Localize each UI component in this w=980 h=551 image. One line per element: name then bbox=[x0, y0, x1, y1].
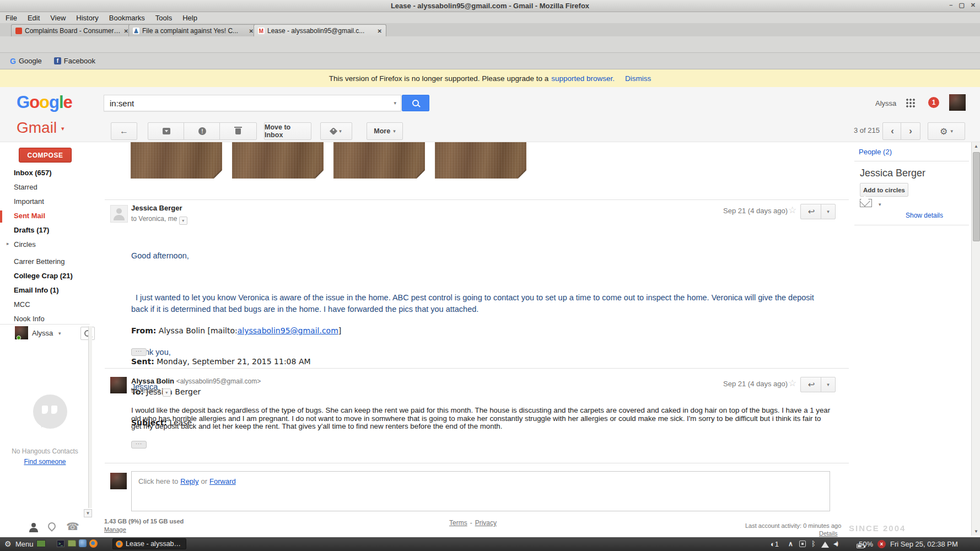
sidebar-item-important[interactable]: Important bbox=[14, 197, 44, 206]
sidebar-item-carrer-bettering[interactable]: Carrer Bettering bbox=[14, 257, 64, 266]
antivirus-tray-icon[interactable]: × bbox=[877, 540, 886, 548]
chat-status-caret-icon[interactable]: ▾ bbox=[58, 331, 61, 336]
dismiss-link[interactable]: Dismiss bbox=[625, 74, 651, 83]
supported-browser-link[interactable]: supported browser. bbox=[551, 74, 615, 83]
mail-search-input[interactable] bbox=[109, 98, 394, 109]
menu-bookmarks[interactable]: Bookmarks bbox=[109, 14, 145, 22]
menu-view[interactable]: View bbox=[50, 14, 66, 22]
scroll-up-icon[interactable]: ▲ bbox=[974, 144, 978, 149]
sidebar-item-nook-info[interactable]: Nook Info bbox=[14, 315, 45, 323]
menu-file[interactable]: File bbox=[6, 14, 17, 22]
show-details-link[interactable]: Show details bbox=[906, 212, 943, 219]
bookmark-google[interactable]: G Google bbox=[10, 57, 42, 66]
privacy-link[interactable]: Privacy bbox=[475, 519, 497, 527]
chat-scrollbar[interactable] bbox=[88, 326, 92, 508]
volume-icon[interactable]: ◀) bbox=[833, 541, 837, 547]
settings-button[interactable]: ⚙ ▾ bbox=[928, 122, 965, 140]
circles-expand-icon[interactable]: ▸ bbox=[7, 241, 9, 246]
chat-search-button[interactable] bbox=[80, 327, 95, 340]
tab-complaints-board[interactable]: Complaints Board - Consumer ... ✕ bbox=[11, 24, 133, 37]
message2-sender[interactable]: Alyssa Bolin <alyssabolin95@gmail.com> bbox=[131, 377, 261, 385]
attachment-photo[interactable] bbox=[333, 142, 425, 179]
bookmark-facebook[interactable]: f Facebook bbox=[54, 57, 95, 65]
show-trimmed-content-button[interactable]: ··· bbox=[131, 441, 147, 449]
menu-history[interactable]: History bbox=[76, 14, 98, 22]
sidebar-item-sent-mail[interactable]: Sent Mail bbox=[14, 212, 45, 220]
tab-gmail-lease[interactable]: M Lease - alyssabolin95@gmail.c... ✕ bbox=[254, 24, 386, 37]
message2-recipients[interactable]: to Jessica ▾ bbox=[131, 387, 171, 397]
notifications-badge[interactable]: 1 bbox=[928, 97, 939, 108]
attachment-photo[interactable] bbox=[232, 142, 324, 179]
search-options-icon[interactable]: ▾ bbox=[394, 100, 396, 106]
contact-options-caret-icon[interactable]: ▾ bbox=[879, 202, 881, 207]
maximize-button[interactable]: ▢ bbox=[959, 2, 964, 9]
quick-reply-box[interactable]: Click here to Reply or Forward bbox=[131, 471, 830, 511]
app-launcher-icon[interactable] bbox=[79, 539, 87, 547]
sidebar-item-circles[interactable]: Circles bbox=[14, 240, 36, 249]
labels-button[interactable]: ▾ bbox=[320, 122, 352, 140]
people-panel-title[interactable]: People (2) bbox=[859, 148, 892, 156]
sidebar-item-inbox[interactable]: Inbox (657) bbox=[14, 169, 52, 177]
menu-tools[interactable]: Tools bbox=[155, 14, 172, 22]
attachment-photo[interactable] bbox=[131, 142, 222, 179]
chat-scroll-down-button[interactable]: ▼ bbox=[84, 509, 92, 517]
tab-close-icon[interactable]: ✕ bbox=[378, 28, 382, 34]
star-icon[interactable]: ☆ bbox=[788, 204, 796, 216]
tray-expand-icon[interactable]: ∧ bbox=[788, 540, 793, 548]
taskbar-menu-button[interactable]: Menu bbox=[15, 540, 34, 548]
menu-edit[interactable]: Edit bbox=[28, 14, 40, 22]
show-details-caret-icon[interactable]: ▾ bbox=[179, 217, 187, 225]
find-someone-link[interactable]: Find someone bbox=[0, 458, 90, 466]
firefox-launcher-icon[interactable] bbox=[89, 539, 98, 548]
file-manager-launcher-icon[interactable] bbox=[68, 540, 76, 547]
more-message-options-button[interactable]: ▾ bbox=[821, 204, 836, 219]
email-contact-icon[interactable] bbox=[860, 199, 872, 207]
page-scrollbar[interactable]: ▲ ▼ bbox=[971, 142, 980, 536]
older-button[interactable]: › bbox=[901, 122, 920, 140]
chat-contacts-icon[interactable] bbox=[28, 522, 40, 533]
tab-close-icon[interactable]: ✕ bbox=[124, 28, 128, 34]
terms-link[interactable]: Terms bbox=[449, 519, 467, 527]
clipboard-tray-icon[interactable] bbox=[799, 541, 806, 547]
menu-help[interactable]: Help bbox=[182, 14, 197, 22]
chat-location-icon[interactable] bbox=[46, 521, 57, 532]
reply-button[interactable]: ↩ bbox=[800, 377, 822, 392]
clock[interactable]: Fri Sep 25, 02:38 PM bbox=[890, 540, 958, 548]
report-spam-button[interactable]: ! bbox=[184, 122, 221, 140]
sidebar-item-starred[interactable]: Starred bbox=[14, 183, 37, 191]
delete-button[interactable] bbox=[219, 122, 257, 140]
sidebar-item-drafts[interactable]: Drafts (17) bbox=[14, 226, 49, 234]
newer-button[interactable]: ‹ bbox=[882, 122, 902, 140]
move-to-inbox-button[interactable]: Move to Inbox bbox=[264, 122, 311, 140]
sidebar-item-college-crap[interactable]: College Crap (21) bbox=[14, 272, 73, 280]
show-desktop-icon[interactable] bbox=[36, 540, 46, 547]
wifi-icon[interactable] bbox=[821, 542, 829, 548]
archive-button[interactable] bbox=[148, 122, 185, 140]
scroll-down-icon[interactable]: ▼ bbox=[974, 529, 978, 534]
sidebar-item-email-info[interactable]: Email Info (1) bbox=[14, 286, 59, 294]
more-message-options-button[interactable]: ▾ bbox=[821, 377, 836, 392]
message1-sender[interactable]: Jessica Berger bbox=[131, 204, 182, 212]
show-trimmed-content-button[interactable]: ··· bbox=[131, 348, 147, 356]
details-link[interactable]: Details bbox=[819, 530, 838, 537]
mail-search-button[interactable] bbox=[402, 95, 429, 111]
more-button[interactable]: More ▾ bbox=[367, 122, 403, 140]
show-details-caret-icon[interactable]: ▾ bbox=[163, 388, 171, 397]
reply-link[interactable]: Reply bbox=[180, 477, 198, 485]
manage-storage-link[interactable]: Manage bbox=[104, 526, 126, 533]
mailto-link[interactable]: alyssabolin95@gmail.com bbox=[238, 326, 338, 335]
close-button[interactable]: ✕ bbox=[971, 2, 976, 9]
sidebar-item-mcc[interactable]: MCC bbox=[14, 300, 30, 309]
tab-close-icon[interactable]: ✕ bbox=[249, 28, 254, 34]
profile-avatar[interactable] bbox=[949, 94, 966, 111]
terminal-launcher-icon[interactable]: >_ bbox=[57, 540, 64, 547]
add-to-circles-button[interactable]: Add to circles bbox=[860, 183, 908, 197]
scrollbar-thumb[interactable] bbox=[973, 152, 980, 241]
notification-tray-icon[interactable]: ◐1 bbox=[771, 540, 779, 548]
star-icon[interactable]: ☆ bbox=[788, 377, 796, 389]
reply-button[interactable]: ↩ bbox=[800, 204, 822, 219]
minimize-button[interactable]: – bbox=[949, 2, 952, 9]
account-name[interactable]: Alyssa bbox=[875, 99, 896, 107]
forward-link[interactable]: Forward bbox=[209, 477, 236, 485]
bluetooth-icon[interactable]: ᛒ bbox=[811, 539, 816, 548]
